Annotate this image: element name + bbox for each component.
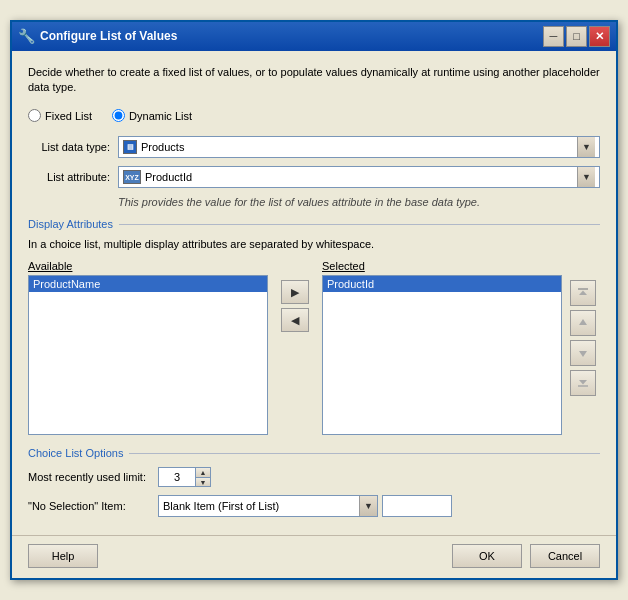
no-selection-combo[interactable]: Blank Item (First of List) ▼ xyxy=(158,495,378,517)
attribute-hint: This provides the value for the list of … xyxy=(118,196,600,208)
help-button[interactable]: Help xyxy=(28,544,98,568)
transfer-buttons: ▶ ◀ xyxy=(276,260,314,332)
footer-right: OK Cancel xyxy=(452,544,600,568)
list-data-type-text: Products xyxy=(141,141,184,153)
dynamic-list-label: Dynamic List xyxy=(129,110,192,122)
divider-line xyxy=(119,224,600,225)
footer-left: Help xyxy=(28,544,98,568)
radio-row: Fixed List Dynamic List xyxy=(28,109,600,122)
list-data-type-arrow[interactable]: ▼ xyxy=(577,137,595,157)
title-bar: 🔧 Configure List of Values ─ □ ✕ xyxy=(12,22,616,51)
list-data-type-combo[interactable]: ▤ Products ▼ xyxy=(118,136,600,158)
move-left-button[interactable]: ◀ xyxy=(281,308,309,332)
mru-label: Most recently used limit: xyxy=(28,471,158,483)
list-attribute-label: List attribute: xyxy=(28,171,118,183)
available-item-productname[interactable]: ProductName xyxy=(29,276,267,292)
selected-listbox[interactable]: ProductId xyxy=(322,275,562,435)
title-controls: ─ □ ✕ xyxy=(543,26,610,47)
dynamic-list-radio-label[interactable]: Dynamic List xyxy=(112,109,192,122)
configure-dialog: 🔧 Configure List of Values ─ □ ✕ Decide … xyxy=(10,20,618,581)
fixed-list-radio-label[interactable]: Fixed List xyxy=(28,109,92,122)
selected-label: Selected xyxy=(322,260,562,272)
no-selection-extra-field[interactable] xyxy=(382,495,452,517)
available-list-group: Available ProductName xyxy=(28,260,268,435)
display-attributes-title: Display Attributes xyxy=(28,218,113,230)
fixed-list-label: Fixed List xyxy=(45,110,92,122)
dialog-body: Decide whether to create a fixed list of… xyxy=(12,51,616,536)
move-down-button[interactable] xyxy=(570,340,596,366)
ok-button[interactable]: OK xyxy=(452,544,522,568)
lists-area: Available ProductName ▶ ◀ Selected Produ… xyxy=(28,260,600,435)
display-attributes-divider: Display Attributes xyxy=(28,218,600,230)
list-attribute-value: XYZ ProductId xyxy=(123,170,577,184)
move-to-top-button[interactable] xyxy=(570,280,596,306)
display-attributes-hint: In a choice list, multiple display attri… xyxy=(28,238,600,250)
spin-up[interactable]: ▲ xyxy=(196,468,210,478)
choice-list-options-title: Choice List Options xyxy=(28,447,123,459)
choice-list-options-divider: Choice List Options xyxy=(28,447,600,459)
list-attribute-text: ProductId xyxy=(145,171,192,183)
no-selection-row: "No Selection" Item: Blank Item (First o… xyxy=(28,495,600,517)
move-to-bottom-button[interactable] xyxy=(570,370,596,396)
selected-list-group: Selected ProductId xyxy=(322,260,562,435)
intro-text: Decide whether to create a fixed list of… xyxy=(28,65,600,96)
no-selection-combo-wrap: Blank Item (First of List) ▼ xyxy=(158,495,378,517)
move-right-button[interactable]: ▶ xyxy=(281,280,309,304)
list-attribute-arrow[interactable]: ▼ xyxy=(577,167,595,187)
move-up-button[interactable] xyxy=(570,310,596,336)
minimize-button[interactable]: ─ xyxy=(543,26,564,47)
dialog-title: Configure List of Values xyxy=(40,29,177,43)
dynamic-list-radio[interactable] xyxy=(112,109,125,122)
close-button[interactable]: ✕ xyxy=(589,26,610,47)
dialog-footer: Help OK Cancel xyxy=(12,535,616,578)
choice-list-section: Most recently used limit: ▲ ▼ "No Select… xyxy=(28,467,600,517)
list-attribute-combo[interactable]: XYZ ProductId ▼ xyxy=(118,166,600,188)
list-data-type-row: List data type: ▤ Products ▼ xyxy=(28,136,600,158)
no-selection-label: "No Selection" Item: xyxy=(28,500,158,512)
list-data-type-label: List data type: xyxy=(28,141,118,153)
order-buttons xyxy=(570,260,600,396)
dialog-icon: 🔧 xyxy=(18,28,34,44)
fixed-list-radio[interactable] xyxy=(28,109,41,122)
mru-input[interactable] xyxy=(158,467,196,487)
cancel-button[interactable]: Cancel xyxy=(530,544,600,568)
available-listbox[interactable]: ProductName xyxy=(28,275,268,435)
mru-row: Most recently used limit: ▲ ▼ xyxy=(28,467,600,487)
no-selection-arrow[interactable]: ▼ xyxy=(359,496,377,516)
available-label: Available xyxy=(28,260,268,272)
divider-line2 xyxy=(129,453,600,454)
products-table-icon: ▤ xyxy=(123,140,137,154)
no-selection-value: Blank Item (First of List) xyxy=(163,500,359,512)
selected-item-productid[interactable]: ProductId xyxy=(323,276,561,292)
productid-attr-icon: XYZ xyxy=(123,170,141,184)
spinner-arrows: ▲ ▼ xyxy=(196,467,211,487)
mru-spinner: ▲ ▼ xyxy=(158,467,211,487)
list-data-type-value: ▤ Products xyxy=(123,140,577,154)
spin-down[interactable]: ▼ xyxy=(196,478,210,487)
maximize-button[interactable]: □ xyxy=(566,26,587,47)
list-attribute-row: List attribute: XYZ ProductId ▼ xyxy=(28,166,600,188)
